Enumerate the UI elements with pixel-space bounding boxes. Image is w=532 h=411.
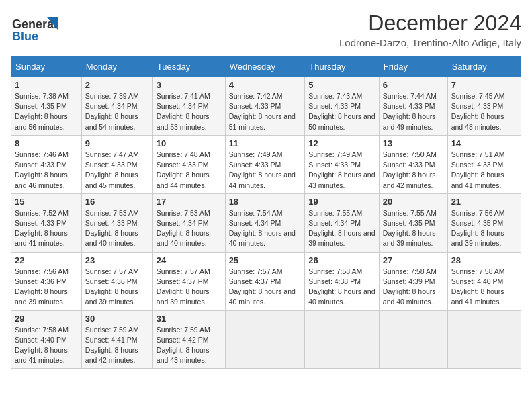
day-number: 12: [308, 138, 375, 148]
day-number: 4: [229, 80, 302, 90]
table-row: 21 Sunrise: 7:56 AM Sunset: 4:35 PM Dayl…: [447, 193, 521, 252]
sunset-label: Sunset: 4:34 PM: [308, 219, 361, 227]
col-monday: Monday: [81, 57, 152, 77]
table-row: 23 Sunrise: 7:57 AM Sunset: 4:36 PM Dayl…: [81, 252, 152, 310]
table-row: 16 Sunrise: 7:53 AM Sunset: 4:33 PM Dayl…: [81, 193, 152, 252]
sunrise-label: Sunrise: 7:50 AM: [383, 150, 437, 158]
day-number: 29: [15, 314, 78, 324]
day-number: 2: [85, 80, 149, 90]
sunset-label: Sunset: 4:38 PM: [308, 277, 361, 285]
day-number: 31: [157, 314, 222, 324]
sunrise-label: Sunrise: 7:55 AM: [308, 209, 362, 217]
sunset-label: Sunset: 4:40 PM: [15, 336, 67, 344]
daylight-label: Daylight: 8 hours and 54 minutes.: [85, 112, 138, 130]
day-number: 24: [157, 255, 222, 265]
sunset-label: Sunset: 4:34 PM: [157, 102, 209, 110]
sunrise-label: Sunrise: 7:51 AM: [451, 150, 505, 158]
sunset-label: Sunset: 4:34 PM: [85, 102, 138, 110]
day-info: Sunrise: 7:41 AM Sunset: 4:34 PM Dayligh…: [157, 91, 222, 132]
table-row: 4 Sunrise: 7:42 AM Sunset: 4:33 PM Dayli…: [225, 77, 305, 136]
sunrise-label: Sunrise: 7:49 AM: [229, 150, 283, 158]
day-info: Sunrise: 7:52 AM Sunset: 4:33 PM Dayligh…: [15, 208, 78, 249]
svg-text:Blue: Blue: [12, 30, 38, 43]
day-info: Sunrise: 7:57 AM Sunset: 4:37 PM Dayligh…: [229, 267, 302, 308]
col-tuesday: Tuesday: [152, 57, 225, 77]
daylight-label: Daylight: 8 hours and 39 minutes.: [451, 229, 504, 247]
col-saturday: Saturday: [447, 57, 521, 77]
table-row: 6 Sunrise: 7:44 AM Sunset: 4:33 PM Dayli…: [379, 77, 447, 136]
sunrise-label: Sunrise: 7:38 AM: [15, 92, 69, 100]
day-info: Sunrise: 7:43 AM Sunset: 4:33 PM Dayligh…: [308, 91, 375, 132]
sunset-label: Sunset: 4:33 PM: [157, 161, 209, 169]
day-info: Sunrise: 7:56 AM Sunset: 4:35 PM Dayligh…: [451, 208, 517, 249]
daylight-label: Daylight: 8 hours and 39 minutes.: [308, 229, 375, 247]
sunrise-label: Sunrise: 7:56 AM: [451, 209, 505, 217]
daylight-label: Daylight: 8 hours and 44 minutes.: [229, 171, 296, 189]
day-number: 13: [383, 138, 444, 148]
day-info: Sunrise: 7:59 AM Sunset: 4:42 PM Dayligh…: [157, 325, 222, 366]
sunset-label: Sunset: 4:33 PM: [451, 102, 504, 110]
daylight-label: Daylight: 8 hours and 45 minutes.: [85, 171, 138, 189]
sunrise-label: Sunrise: 7:48 AM: [157, 150, 210, 158]
sunset-label: Sunset: 4:33 PM: [15, 161, 67, 169]
day-info: Sunrise: 7:57 AM Sunset: 4:36 PM Dayligh…: [85, 267, 149, 308]
sunset-label: Sunset: 4:33 PM: [383, 161, 435, 169]
sunset-label: Sunset: 4:42 PM: [157, 336, 209, 344]
daylight-label: Daylight: 8 hours and 39 minutes.: [15, 287, 68, 306]
table-row: 26 Sunrise: 7:58 AM Sunset: 4:38 PM Dayl…: [305, 252, 380, 310]
table-row: 9 Sunrise: 7:47 AM Sunset: 4:33 PM Dayli…: [81, 135, 152, 193]
table-row: 31 Sunrise: 7:59 AM Sunset: 4:42 PM Dayl…: [152, 310, 225, 369]
day-number: 9: [85, 138, 149, 148]
page-title: December 2024: [339, 11, 521, 36]
calendar-week-row: 29 Sunrise: 7:58 AM Sunset: 4:40 PM Dayl…: [11, 310, 521, 369]
sunset-label: Sunset: 4:36 PM: [15, 277, 67, 285]
daylight-label: Daylight: 8 hours and 46 minutes.: [15, 171, 68, 189]
day-number: 26: [308, 255, 375, 265]
table-row: 25 Sunrise: 7:57 AM Sunset: 4:37 PM Dayl…: [225, 252, 305, 310]
day-info: Sunrise: 7:50 AM Sunset: 4:33 PM Dayligh…: [383, 150, 444, 191]
sunrise-label: Sunrise: 7:58 AM: [15, 326, 69, 334]
table-row: 7 Sunrise: 7:45 AM Sunset: 4:33 PM Dayli…: [447, 77, 521, 136]
table-row: 13 Sunrise: 7:50 AM Sunset: 4:33 PM Dayl…: [379, 135, 447, 193]
table-row: 8 Sunrise: 7:46 AM Sunset: 4:33 PM Dayli…: [11, 135, 82, 193]
day-number: 19: [308, 197, 375, 207]
sunset-label: Sunset: 4:37 PM: [229, 277, 281, 285]
title-area: December 2024 Lodrone-Darzo, Trentino-Al…: [339, 11, 521, 48]
day-info: Sunrise: 7:58 AM Sunset: 4:39 PM Dayligh…: [383, 267, 444, 308]
day-info: Sunrise: 7:44 AM Sunset: 4:33 PM Dayligh…: [383, 91, 444, 132]
day-info: Sunrise: 7:53 AM Sunset: 4:34 PM Dayligh…: [157, 208, 222, 249]
day-number: 11: [229, 138, 302, 148]
daylight-label: Daylight: 8 hours and 43 minutes.: [308, 171, 375, 189]
page-subtitle: Lodrone-Darzo, Trentino-Alto Adige, Ital…: [339, 37, 521, 48]
day-info: Sunrise: 7:59 AM Sunset: 4:41 PM Dayligh…: [85, 325, 149, 366]
day-info: Sunrise: 7:55 AM Sunset: 4:35 PM Dayligh…: [383, 208, 444, 249]
day-number: 3: [157, 80, 222, 90]
daylight-label: Daylight: 8 hours and 51 minutes.: [229, 112, 296, 130]
day-info: Sunrise: 7:39 AM Sunset: 4:34 PM Dayligh…: [85, 91, 149, 132]
sunrise-label: Sunrise: 7:57 AM: [85, 267, 139, 275]
sunset-label: Sunset: 4:41 PM: [85, 336, 138, 344]
day-info: Sunrise: 7:53 AM Sunset: 4:33 PM Dayligh…: [85, 208, 149, 249]
calendar-table: Sunday Monday Tuesday Wednesday Thursday…: [11, 56, 521, 369]
sunrise-label: Sunrise: 7:41 AM: [157, 92, 210, 100]
day-number: 27: [383, 255, 444, 265]
sunset-label: Sunset: 4:36 PM: [85, 277, 138, 285]
sunrise-label: Sunrise: 7:58 AM: [308, 267, 362, 275]
table-row: 20 Sunrise: 7:55 AM Sunset: 4:35 PM Dayl…: [379, 193, 447, 252]
sunset-label: Sunset: 4:33 PM: [85, 219, 138, 227]
day-info: Sunrise: 7:51 AM Sunset: 4:33 PM Dayligh…: [451, 150, 517, 191]
day-number: 21: [451, 197, 517, 207]
sunset-label: Sunset: 4:34 PM: [229, 219, 281, 227]
day-info: Sunrise: 7:49 AM Sunset: 4:33 PM Dayligh…: [229, 150, 302, 191]
col-sunday: Sunday: [11, 57, 82, 77]
day-number: 17: [157, 197, 222, 207]
sunrise-label: Sunrise: 7:45 AM: [451, 92, 505, 100]
sunrise-label: Sunrise: 7:55 AM: [383, 209, 437, 217]
day-number: 14: [451, 138, 517, 148]
sunrise-label: Sunrise: 7:56 AM: [15, 267, 69, 275]
daylight-label: Daylight: 8 hours and 41 minutes.: [15, 229, 68, 247]
sunset-label: Sunset: 4:39 PM: [383, 277, 435, 285]
sunrise-label: Sunrise: 7:59 AM: [157, 326, 210, 334]
day-number: 1: [15, 80, 78, 90]
sunrise-label: Sunrise: 7:58 AM: [451, 267, 505, 275]
